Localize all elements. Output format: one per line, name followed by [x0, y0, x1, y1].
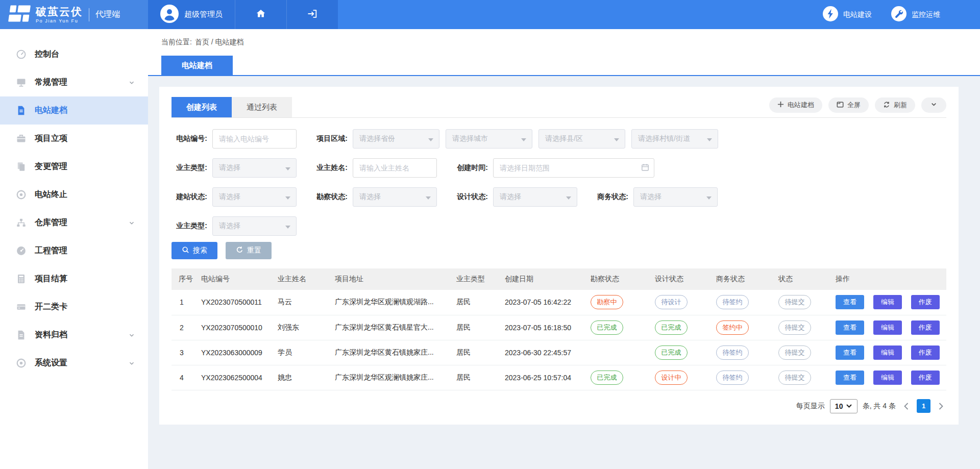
gauge-icon	[15, 245, 27, 256]
archive-doc-icon	[15, 330, 27, 340]
sidebar-item-warehouse[interactable]: 仓库管理	[0, 209, 148, 237]
chevron-down-icon	[930, 101, 937, 109]
refresh-button[interactable]: 刷新	[875, 97, 915, 113]
pagination: 每页显示 10 条, 共 4 条 1	[172, 390, 946, 413]
sidebar-item-station-archive[interactable]: 电站建档	[0, 96, 148, 125]
sidebar-item-project-approval[interactable]: 项目立项	[0, 125, 148, 153]
owner-type2-select[interactable]: 请选择	[212, 216, 297, 236]
col-status: 状态	[774, 268, 831, 290]
view-button[interactable]: 查看	[836, 295, 864, 309]
col-created: 创建日期	[501, 268, 586, 290]
nav-station-build[interactable]: 电站建设	[823, 6, 872, 23]
cell-survey-empty	[586, 340, 651, 365]
sidebar-item-general-mgmt[interactable]: 常规管理	[0, 68, 148, 96]
cell-owner: 刘强东	[274, 315, 331, 340]
sitemap-icon	[15, 217, 27, 228]
card-icon	[15, 302, 27, 312]
brand-portal: 代理端	[95, 9, 120, 20]
table-row: 4 YX2023062500004 姚忠 广东深圳龙华区观澜镇姚家庄... 居民…	[172, 365, 946, 390]
add-station-button[interactable]: 电站建档	[769, 97, 822, 113]
col-survey: 勘察状态	[586, 268, 651, 290]
date-range-input[interactable]	[493, 158, 654, 178]
business-status-select[interactable]: 请选择	[633, 187, 718, 207]
logout-button[interactable]	[286, 0, 338, 29]
chevron-right-icon	[939, 403, 943, 410]
view-button[interactable]: 查看	[836, 371, 864, 385]
village-placeholder: 请选择村镇/街道	[638, 134, 690, 143]
tab-station-archive[interactable]: 电站建档	[161, 56, 233, 75]
sidebar-item-station-terminate[interactable]: 电站终止	[0, 181, 148, 209]
user-menu[interactable]: 超级管理员	[148, 0, 235, 29]
county-select[interactable]: 请选择县/区	[538, 129, 625, 149]
collapse-toolbar-button[interactable]	[921, 97, 946, 113]
cell-owner-type: 居民	[452, 340, 501, 365]
sidebar-item-data-archive[interactable]: 资料归档	[0, 321, 148, 349]
cell-owner-type: 居民	[452, 290, 501, 315]
owner-name-input[interactable]	[353, 158, 437, 178]
fullscreen-icon	[837, 101, 844, 110]
cell-owner: 姚忠	[274, 365, 331, 390]
search-button[interactable]: 搜索	[172, 242, 217, 259]
design-status-badge: 待设计	[655, 295, 688, 309]
survey-status-badge: 已完成	[591, 320, 623, 335]
page-number-button[interactable]: 1	[917, 399, 930, 413]
nav-monitor-ops[interactable]: 监控运维	[891, 6, 940, 23]
next-page-button[interactable]	[936, 403, 946, 410]
caret-down-icon	[426, 193, 431, 201]
lightning-icon	[823, 6, 838, 23]
search-label: 搜索	[193, 246, 207, 255]
sidebar-item-label: 常规管理	[35, 77, 67, 88]
nav-monitor-ops-label: 监控运维	[912, 10, 940, 19]
survey-status-select[interactable]: 请选择	[353, 187, 437, 207]
edit-button[interactable]: 编辑	[873, 320, 902, 335]
void-button[interactable]: 作废	[911, 371, 940, 385]
table-row: 2 YX2023070500010 刘强东 广东深圳龙华区黄石镇星官大... 居…	[172, 315, 946, 340]
col-actions: 操作	[831, 268, 946, 290]
design-status-select[interactable]: 请选择	[493, 187, 577, 207]
design-status-badge: 设计中	[655, 371, 688, 385]
caret-down-icon	[566, 193, 571, 201]
void-button[interactable]: 作废	[911, 345, 940, 360]
sidebar-item-change-mgmt[interactable]: 变更管理	[0, 153, 148, 181]
cell-address: 广东深圳龙华区黄石镇姚家庄...	[331, 340, 452, 365]
caret-down-icon	[285, 164, 290, 172]
caret-down-icon	[614, 135, 619, 143]
breadcrumb-path[interactable]: 首页 / 电站建档	[195, 38, 244, 47]
view-button[interactable]: 查看	[836, 320, 864, 335]
build-status-select[interactable]: 请选择	[212, 187, 297, 207]
village-select[interactable]: 请选择村镇/街道	[631, 129, 718, 149]
sidebar-item-label: 电站终止	[35, 189, 67, 200]
per-page-select[interactable]: 10	[830, 399, 857, 413]
prev-page-button[interactable]	[901, 403, 912, 410]
void-button[interactable]: 作废	[911, 295, 940, 309]
caret-down-icon	[707, 135, 712, 143]
sidebar-item-engineering[interactable]: 工程管理	[0, 237, 148, 265]
tab-create-list[interactable]: 创建列表	[172, 97, 232, 117]
total-count-text: 条, 共 4 条	[863, 402, 896, 411]
page-tab-bar: 电站建档	[148, 56, 980, 76]
chevron-down-icon	[129, 360, 135, 366]
province-select[interactable]: 请选择省份	[353, 129, 439, 149]
edit-button[interactable]: 编辑	[873, 295, 902, 309]
sidebar-item-console[interactable]: 控制台	[0, 40, 148, 68]
business-status-badge: 签约中	[716, 320, 749, 335]
void-button[interactable]: 作废	[911, 320, 940, 335]
county-placeholder: 请选择县/区	[545, 134, 583, 143]
edit-button[interactable]: 编辑	[873, 345, 902, 360]
edit-button[interactable]: 编辑	[873, 371, 902, 385]
per-page-prefix: 每页显示	[796, 402, 825, 411]
reset-button[interactable]: 重置	[226, 242, 272, 259]
sidebar-item-settlement[interactable]: 项目结算	[0, 265, 148, 293]
station-code-input[interactable]	[212, 129, 297, 149]
survey-status-label: 勘察状态:	[312, 192, 353, 202]
view-button[interactable]: 查看	[836, 345, 864, 360]
sidebar-item-system-settings[interactable]: 系统设置	[0, 349, 148, 377]
home-button[interactable]	[235, 0, 286, 29]
city-select[interactable]: 请选择城市	[446, 129, 532, 149]
owner-type-select[interactable]: 请选择	[212, 158, 297, 178]
fullscreen-button[interactable]: 全屏	[828, 97, 869, 113]
sidebar-item-type2-card[interactable]: 开二类卡	[0, 293, 148, 321]
tab-passed-list[interactable]: 通过列表	[232, 97, 292, 117]
sidebar-item-label: 项目结算	[35, 274, 67, 284]
col-address: 项目地址	[331, 268, 452, 290]
